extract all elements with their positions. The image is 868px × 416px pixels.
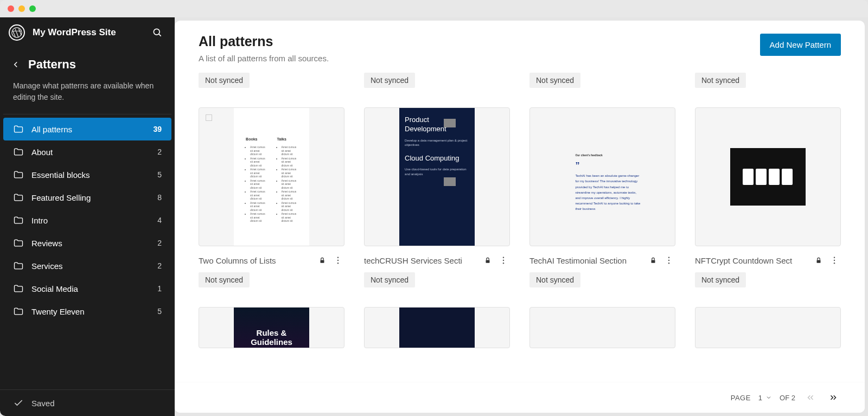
pattern-actions-button[interactable] [497, 254, 510, 267]
pattern-title[interactable]: techCRUSH Services Secti [364, 256, 478, 265]
next-page-button[interactable] [826, 390, 841, 405]
page-label: PAGE [731, 394, 751, 402]
folder-icon [13, 215, 24, 226]
folder-icon [13, 124, 24, 135]
svg-point-17 [834, 260, 835, 261]
category-count: 2 [157, 261, 162, 270]
svg-rect-15 [817, 260, 821, 263]
category-label: Reviews [31, 239, 150, 248]
folder-icon [13, 238, 24, 248]
sidebar-category-item[interactable]: Services2 [3, 254, 171, 277]
chevron-double-left-icon [806, 393, 815, 402]
more-vertical-icon [333, 255, 343, 265]
sync-badge: Not synced [695, 272, 746, 287]
lock-icon [649, 257, 657, 264]
pattern-card: Product DevelopmentDevelop a data manage… [364, 107, 510, 287]
sidebar-category-item[interactable]: Featured Selling8 [3, 186, 171, 209]
pattern-thumbnail[interactable] [529, 307, 675, 348]
category-count: 1 [157, 284, 162, 293]
pattern-thumbnail[interactable] [695, 107, 841, 246]
sync-badge: Not synced [529, 73, 580, 88]
pattern-grid: BooksAmet cursus sit amet dictum sitAmet… [199, 107, 841, 287]
add-new-pattern-button[interactable]: Add New Pattern [760, 34, 841, 56]
patterns-scroll-area[interactable]: Not synced Not synced Not synced Not syn… [175, 73, 865, 413]
pattern-card: Rules &Guidelines [199, 307, 344, 348]
svg-point-9 [503, 260, 504, 261]
more-vertical-icon [499, 255, 508, 265]
more-vertical-icon [664, 255, 674, 265]
pattern-actions-button[interactable] [828, 254, 841, 267]
sync-badge: Not synced [695, 73, 746, 88]
saved-label: Saved [31, 399, 55, 408]
section-title: Patterns [28, 57, 76, 72]
chevron-left-icon [11, 60, 21, 69]
category-count: 2 [157, 148, 162, 156]
pattern-title[interactable]: NFTCrypt Countdown Sect [695, 256, 809, 265]
svg-line-2 [159, 34, 161, 36]
pattern-thumbnail[interactable] [695, 307, 841, 348]
folder-icon [13, 260, 24, 271]
sidebar-category-item[interactable]: Intro4 [3, 209, 171, 232]
save-status: Saved [0, 389, 175, 416]
folder-icon [13, 169, 24, 180]
sidebar: My WordPress Site Patterns Manage what p… [0, 17, 175, 416]
svg-point-16 [834, 257, 835, 258]
pattern-thumbnail[interactable]: Product DevelopmentDevelop a data manage… [364, 107, 510, 246]
pattern-card [364, 307, 510, 348]
category-label: About [31, 148, 150, 157]
sync-badge: Not synced [199, 73, 250, 88]
folder-icon [13, 146, 24, 157]
svg-rect-3 [321, 260, 324, 263]
svg-point-5 [337, 260, 339, 261]
page-title: All patterns [199, 34, 760, 49]
site-title[interactable]: My WordPress Site [33, 27, 151, 38]
sidebar-category-item[interactable]: About2 [3, 140, 171, 163]
svg-point-14 [668, 263, 669, 264]
pattern-card: BooksAmet cursus sit amet dictum sitAmet… [199, 107, 344, 287]
svg-point-4 [337, 257, 339, 258]
pattern-thumbnail[interactable]: Our client's feedback”TechAI has been an… [529, 107, 675, 246]
sync-badge: Not synced [199, 272, 250, 287]
section-description: Manage what patterns are available when … [0, 77, 175, 114]
main-header: All patterns A list of all patterns from… [175, 21, 865, 73]
sidebar-category-item[interactable]: Social Media1 [3, 277, 171, 300]
pattern-card [695, 307, 841, 348]
search-button[interactable] [151, 26, 164, 39]
category-count: 2 [157, 239, 162, 247]
lock-icon [484, 257, 492, 264]
pattern-card [529, 307, 675, 348]
category-label: Twenty Eleven [31, 307, 150, 316]
pattern-title[interactable]: TechAI Testimonial Section [529, 256, 644, 265]
divider [3, 114, 171, 114]
of-label: OF 2 [780, 394, 795, 402]
back-button[interactable]: Patterns [0, 48, 175, 77]
folder-icon [13, 192, 24, 203]
category-label: Social Media [31, 284, 150, 293]
sync-badge: Not synced [364, 73, 415, 88]
category-count: 5 [157, 307, 162, 316]
category-label: All patterns [31, 125, 145, 134]
pattern-card: Our client's feedback”TechAI has been an… [529, 107, 675, 287]
chevron-down-icon [765, 394, 772, 401]
minimize-window-button[interactable] [18, 5, 25, 12]
pattern-actions-button[interactable] [331, 254, 344, 267]
more-vertical-icon [829, 255, 839, 265]
maximize-window-button[interactable] [29, 5, 36, 12]
pattern-actions-button[interactable] [662, 254, 675, 267]
wordpress-logo-icon[interactable] [9, 24, 25, 41]
pattern-thumbnail[interactable]: BooksAmet cursus sit amet dictum sitAmet… [199, 107, 344, 246]
sidebar-category-item[interactable]: Essential blocks5 [3, 163, 171, 186]
svg-point-1 [154, 29, 159, 35]
category-count: 8 [157, 193, 162, 202]
pattern-thumbnail[interactable]: Rules &Guidelines [199, 307, 344, 348]
sidebar-category-item[interactable]: All patterns39 [3, 118, 171, 140]
close-window-button[interactable] [8, 5, 14, 12]
prev-page-button [803, 390, 818, 405]
page-select[interactable]: 1 [758, 394, 772, 402]
svg-point-6 [337, 263, 339, 264]
sidebar-category-item[interactable]: Reviews2 [3, 232, 171, 254]
pattern-thumbnail[interactable] [364, 307, 510, 348]
svg-point-18 [834, 263, 835, 264]
sidebar-category-item[interactable]: Twenty Eleven5 [3, 300, 171, 323]
pattern-title[interactable]: Two Columns of Lists [199, 256, 313, 265]
